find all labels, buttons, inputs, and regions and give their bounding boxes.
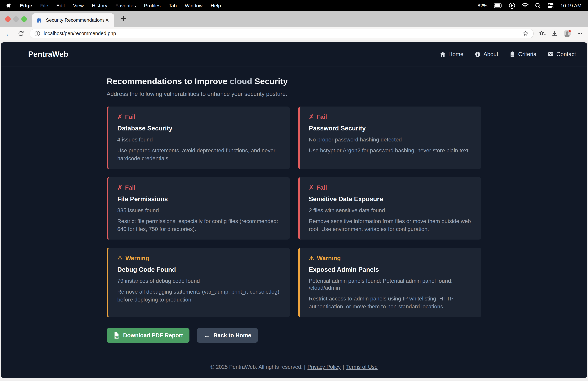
- card-description: Restrict access to admin panels using IP…: [309, 295, 474, 311]
- menu-item-view[interactable]: View: [73, 3, 84, 9]
- info-circle-icon: [475, 51, 481, 57]
- footer-separator: |: [343, 364, 344, 370]
- url-text[interactable]: localhost/pen/recommended.php: [44, 31, 519, 36]
- new-tab-button[interactable]: +: [120, 14, 126, 25]
- card-description: Use bcrypt or Argon2 for password hashin…: [309, 146, 474, 154]
- back-to-home-button[interactable]: ← Back to Home: [197, 328, 258, 343]
- card-sensitive-data-exposure: ✗Fail Sensitive Data Exposure 2 files wi…: [298, 177, 482, 240]
- card-title: Exposed Admin Panels: [309, 266, 474, 273]
- refresh-button[interactable]: [18, 30, 24, 37]
- menu-item-edge[interactable]: Edge: [20, 3, 32, 9]
- back-button[interactable]: ←: [5, 30, 12, 37]
- nav-link-criteria[interactable]: Criteria: [509, 51, 536, 57]
- page-title-highlight: cloud: [230, 77, 252, 86]
- tab-title: Security Recommendations: [46, 17, 104, 23]
- copyright-text: © 2025 PentraWeb. All rights reserved. |: [210, 364, 305, 370]
- window-controls: [0, 16, 27, 22]
- browser-tab-strip: Security Recommendations ✕ +: [0, 11, 588, 27]
- active-tab[interactable]: Security Recommendations ✕: [32, 13, 114, 27]
- wifi-icon[interactable]: [522, 3, 529, 8]
- status-badge: ✗Fail: [117, 114, 282, 120]
- nav-link-home[interactable]: Home: [440, 51, 463, 57]
- status-badge: ⚠Warning: [309, 255, 474, 261]
- address-bar[interactable]: localhost/pen/recommended.php: [30, 29, 534, 38]
- browser-viewport: PentraWeb Home About Criteria Contact: [0, 40, 588, 381]
- favorite-star-icon[interactable]: [522, 30, 529, 37]
- card-description: Remove sensitive information from files …: [309, 217, 474, 233]
- page-title: Recommendations to Improve cloud Securit…: [106, 76, 482, 86]
- card-title: File Permissions: [117, 196, 282, 203]
- menu-item-help[interactable]: Help: [210, 3, 221, 9]
- fail-x-icon: ✗: [309, 114, 314, 120]
- warning-triangle-icon: ⚠: [309, 255, 314, 261]
- brand-logo[interactable]: PentraWeb: [28, 50, 68, 59]
- battery-percentage: 82%: [478, 3, 487, 9]
- download-pdf-button[interactable]: PDF Download PDF Report: [106, 328, 189, 343]
- card-description: Use prepared statements, avoid deprecate…: [117, 146, 282, 162]
- card-title: Debug Code Found: [117, 266, 282, 273]
- menu-item-profiles[interactable]: Profiles: [144, 3, 161, 9]
- macos-menu-bar: Edge File Edit View History Favorites Pr…: [0, 0, 588, 11]
- warning-triangle-icon: ⚠: [117, 255, 123, 261]
- menu-item-history[interactable]: History: [92, 3, 107, 9]
- terms-of-use-link[interactable]: Terms of Use: [346, 364, 378, 370]
- fail-x-icon: ✗: [309, 184, 314, 190]
- apple-icon[interactable]: [6, 2, 12, 9]
- clock: 10:19 AM: [560, 3, 582, 9]
- status-badge: ✗Fail: [309, 114, 474, 120]
- status-badge: ⚠Warning: [117, 255, 282, 261]
- card-database-security: ✗Fail Database Security 4 issues found U…: [106, 107, 290, 169]
- menu-item-tab[interactable]: Tab: [169, 3, 177, 9]
- spotlight-search-icon[interactable]: [535, 2, 541, 9]
- card-meta: Potential admin panels found: Potential …: [309, 277, 474, 291]
- close-window-button[interactable]: [5, 16, 11, 22]
- clipboard-list-icon: [509, 51, 516, 57]
- card-password-security: ✗Fail Password Security No proper passwo…: [298, 107, 482, 169]
- site-navbar: PentraWeb Home About Criteria Contact: [1, 42, 587, 67]
- card-description: Remove all debugging statements (var_dum…: [117, 288, 282, 304]
- pdf-file-icon: PDF: [113, 332, 120, 339]
- action-buttons: PDF Download PDF Report ← Back to Home: [106, 328, 482, 343]
- status-badge: ✗Fail: [309, 184, 474, 190]
- card-title: Sensitive Data Exposure: [309, 196, 474, 203]
- card-meta: 79 instances of debug code found: [117, 277, 282, 284]
- play-circle-icon[interactable]: [509, 2, 515, 9]
- card-exposed-admin-panels: ⚠Warning Exposed Admin Panels Potential …: [298, 248, 482, 317]
- minimize-window-button[interactable]: [13, 16, 19, 22]
- favorites-list-icon[interactable]: [539, 30, 546, 37]
- card-meta: 4 issues found: [117, 136, 282, 143]
- privacy-policy-link[interactable]: Privacy Policy: [307, 364, 341, 370]
- site-info-icon[interactable]: [34, 31, 40, 37]
- more-menu-icon[interactable]: [576, 30, 583, 37]
- card-meta: 2 files with sensitive data found: [309, 207, 474, 214]
- page-subtitle: Address the following vulnerabilities to…: [106, 90, 482, 97]
- nav-link-about[interactable]: About: [475, 51, 498, 57]
- menu-item-favorites[interactable]: Favorites: [115, 3, 136, 9]
- card-title: Password Security: [309, 125, 474, 132]
- browser-toolbar: ← localhost/pen/recommended.php: [0, 27, 588, 40]
- card-meta: No proper password hashing detected: [309, 136, 474, 143]
- menu-item-file[interactable]: File: [40, 3, 48, 9]
- fail-x-icon: ✗: [117, 184, 122, 190]
- status-badge: ✗Fail: [117, 184, 282, 190]
- site-footer: © 2025 PentraWeb. All rights reserved. |…: [1, 356, 587, 378]
- home-icon: [440, 51, 446, 57]
- downloads-icon[interactable]: [551, 30, 558, 37]
- main-content: Recommendations to Improve cloud Securit…: [106, 67, 482, 356]
- fail-x-icon: ✗: [117, 114, 122, 120]
- left-arrow-icon: ←: [204, 332, 210, 338]
- control-center-icon[interactable]: [547, 3, 554, 9]
- recommendation-grid: ✗Fail Database Security 4 issues found U…: [106, 107, 482, 317]
- svg-text:PDF: PDF: [115, 336, 119, 338]
- card-description: Restrict file permissions, especially fo…: [117, 217, 282, 233]
- card-title: Database Security: [117, 125, 282, 132]
- menu-item-edit[interactable]: Edit: [56, 3, 65, 9]
- menu-item-window[interactable]: Window: [185, 3, 203, 9]
- zoom-window-button[interactable]: [21, 16, 27, 22]
- mamp-favicon-icon: [36, 17, 42, 23]
- tab-close-icon[interactable]: ✕: [104, 17, 110, 23]
- profile-avatar[interactable]: [563, 30, 571, 38]
- nav-link-contact[interactable]: Contact: [547, 51, 576, 57]
- envelope-icon: [547, 51, 554, 57]
- card-file-permissions: ✗Fail File Permissions 835 issues found …: [106, 177, 290, 240]
